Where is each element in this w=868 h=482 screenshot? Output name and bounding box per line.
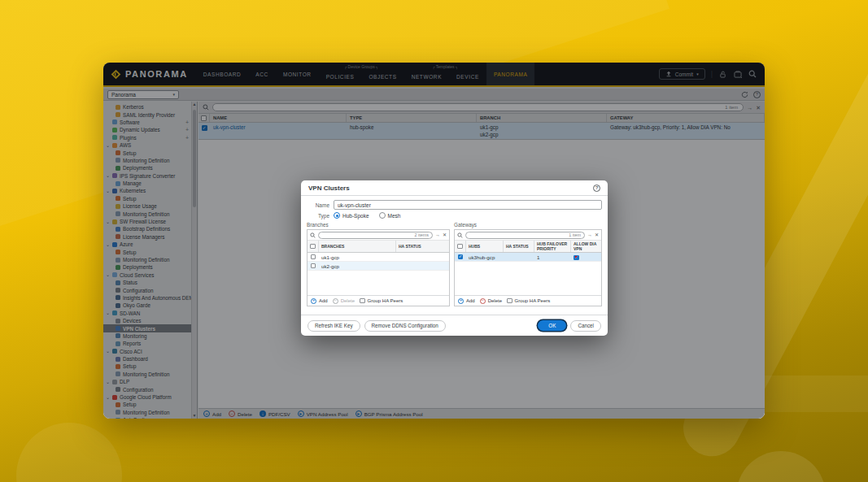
type-label: Type — [307, 213, 329, 219]
column-hubs[interactable]: HUBS — [466, 241, 504, 252]
dialog-body: Name Type Hub-Spoke Mesh Branches Gatewa… — [301, 196, 608, 315]
branches-panel: 2 items → ✕ BRANCHES HA STATUS uk1-gcp u… — [307, 229, 450, 306]
add-icon: + — [458, 298, 464, 304]
checkbox-icon — [507, 298, 513, 304]
mesh-label: Mesh — [388, 213, 401, 219]
hub-failover-priority: 1 — [534, 254, 571, 260]
row-checkbox[interactable] — [311, 254, 316, 260]
column-hub-failover-priority[interactable]: HUB FAILOVER PRIORITY — [534, 241, 571, 252]
help-icon[interactable]: ? — [593, 185, 600, 192]
checkbox-icon — [360, 298, 365, 304]
apply-filter-icon[interactable]: → — [435, 232, 440, 237]
gateways-group-ha-checkbox[interactable]: Group HA Peers — [507, 298, 550, 304]
gateways-count: 1 item — [569, 232, 581, 237]
search-icon — [457, 232, 463, 238]
branches-group-ha-checkbox[interactable]: Group HA Peers — [360, 298, 403, 304]
clear-filter-icon[interactable]: ✕ — [443, 232, 447, 237]
row-checkbox[interactable] — [311, 263, 316, 269]
background-blob — [736, 451, 826, 482]
column-ha-status[interactable]: HA STATUS — [504, 241, 534, 252]
column-allow-dia-vpn[interactable]: ALLOW DIA VPN — [571, 241, 601, 252]
vpn-clusters-dialog: VPN Clusters ? Name Type Hub-Spoke Mesh … — [301, 180, 608, 336]
dialog-footer: Refresh IKE Key Remove DDNS Configuratio… — [301, 315, 608, 336]
hub-name: uk3hub-gcp — [466, 254, 504, 260]
dialog-title: VPN Clusters — [308, 185, 350, 192]
apply-filter-icon[interactable]: → — [587, 232, 592, 237]
hub-spoke-label: Hub-Spoke — [342, 213, 369, 219]
branch-row-uk2-gcp[interactable]: uk2-gcp — [308, 262, 449, 271]
gateways-select-all-checkbox[interactable] — [457, 244, 463, 250]
branches-delete-button[interactable]: −Delete — [333, 298, 355, 304]
delete-icon: − — [333, 298, 338, 304]
background-blob — [16, 423, 122, 482]
gateways-delete-button[interactable]: −Delete — [480, 298, 502, 304]
cancel-button[interactable]: Cancel — [570, 320, 601, 332]
gateways-add-button[interactable]: +Add — [458, 298, 475, 304]
radio-selected-icon — [334, 212, 340, 219]
refresh-ike-key-button[interactable]: Refresh IKE Key — [308, 320, 360, 332]
gateways-section-label: Gateways — [454, 222, 477, 228]
dialog-title-bar: VPN Clusters ? — [301, 180, 608, 196]
branches-section-label: Branches — [307, 222, 450, 228]
radio-hub-spoke[interactable]: Hub-Spoke — [334, 212, 369, 219]
allow-dia-vpn-checkbox[interactable]: ✓ — [574, 255, 579, 261]
radio-mesh[interactable]: Mesh — [379, 212, 401, 219]
delete-icon: − — [480, 298, 486, 304]
branch-name: uk1-gcp — [319, 254, 396, 260]
radio-unselected-icon — [379, 212, 386, 219]
branches-count: 2 items — [415, 232, 429, 237]
clear-filter-icon[interactable]: ✕ — [595, 232, 599, 237]
branches-add-button[interactable]: +Add — [311, 298, 328, 304]
remove-ddns-configuration-button[interactable]: Remove DDNS Configuration — [364, 320, 446, 332]
gateways-panel: 1 item → ✕ HUBS HA STATUS HUB FAILOVER P… — [454, 229, 602, 306]
branch-name: uk2-gcp — [319, 263, 396, 269]
gateways-search-input[interactable]: 1 item — [465, 232, 585, 239]
name-field[interactable] — [334, 200, 602, 210]
ok-button[interactable]: OK — [538, 320, 566, 331]
row-checkbox[interactable]: ✓ — [458, 254, 464, 260]
add-icon: + — [311, 298, 316, 304]
hub-row-uk3hub-gcp[interactable]: ✓ uk3hub-gcp 1 ✓ — [455, 253, 601, 262]
name-label: Name — [307, 202, 329, 208]
search-icon — [310, 232, 316, 238]
branches-search-input[interactable]: 2 items — [318, 232, 433, 239]
branch-row-uk1-gcp[interactable]: uk1-gcp — [308, 253, 449, 262]
column-ha-status[interactable]: HA STATUS — [396, 241, 449, 252]
branches-select-all-checkbox[interactable] — [310, 244, 316, 250]
column-branches[interactable]: BRANCHES — [319, 241, 396, 252]
